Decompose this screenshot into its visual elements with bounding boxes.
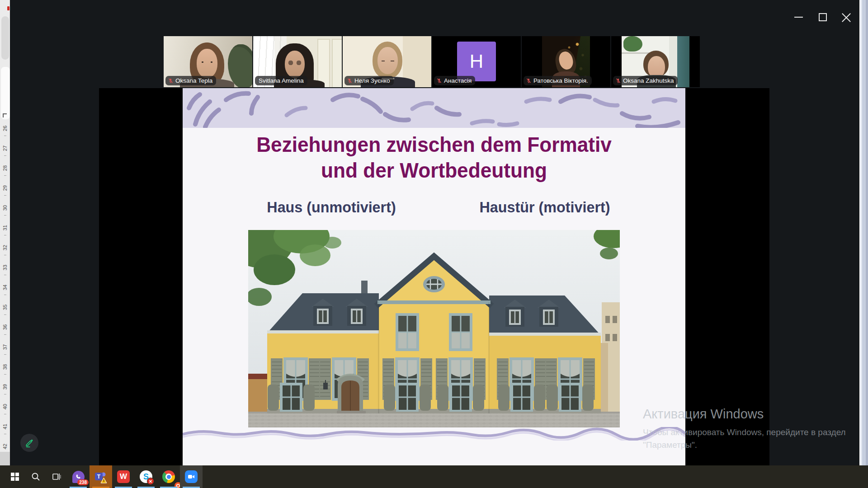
- ruler-tick: [4, 314, 6, 315]
- participant-tile-active-speaker[interactable]: Svitlana Amelina: [253, 36, 342, 87]
- participant-name-label: Неля Зуєнко: [344, 76, 394, 85]
- ruler-number: 27: [2, 143, 8, 153]
- plant-decor: [623, 36, 642, 52]
- ruler-number: 40: [2, 402, 8, 412]
- ruler-tick: [4, 354, 6, 355]
- ruler-tick: [4, 235, 6, 235]
- wave-line-decor: [183, 427, 685, 441]
- zoom-icon: [185, 470, 198, 483]
- taskbar: 238 T ! W S ✕: [0, 465, 868, 488]
- mic-muted-icon: [526, 78, 532, 84]
- mic-muted-icon: [436, 78, 442, 84]
- task-view-button[interactable]: [46, 465, 67, 488]
- ruler-tick: [4, 195, 6, 196]
- desktop-screen: 2627282930313233343536373839404142 Oksan…: [0, 0, 868, 488]
- ruler-tick: [4, 275, 6, 275]
- ruler-number: 35: [2, 302, 8, 312]
- taskbar-wps[interactable]: W: [112, 465, 135, 488]
- ruler-tick: [4, 374, 6, 375]
- slide-decor-band: [183, 88, 685, 128]
- ruler-tick: [4, 215, 6, 216]
- viber-badge: 238: [77, 479, 89, 485]
- ruler-number: 29: [2, 183, 8, 193]
- label-haus-unmotiviert: Haus (unmotiviert): [267, 198, 396, 216]
- participant-tile[interactable]: Oksana Zakhutska: [611, 36, 700, 87]
- annotate-button[interactable]: [20, 434, 38, 452]
- slide-title: Beziehungen zwischen dem Formativ und de…: [198, 131, 670, 183]
- ruler-tick: [4, 255, 6, 255]
- ruler-number: 41: [2, 422, 8, 432]
- mic-muted-icon: [168, 78, 174, 84]
- avatar: H: [457, 42, 496, 81]
- background-app-ruler-panel: [1, 67, 10, 119]
- start-button[interactable]: [5, 465, 25, 488]
- participant-name-label: Ратовська Вікторія.: [524, 76, 592, 85]
- ruler-tick: [4, 414, 6, 414]
- ruler-number: 28: [2, 163, 8, 173]
- background-app-scroll-thumb[interactable]: [1, 16, 9, 60]
- ruler-number: 42: [2, 441, 8, 451]
- participant-filmstrip: Oksana Tepla Svitlana Amelina: [164, 36, 701, 87]
- chrome-icon: [162, 470, 175, 483]
- ruler-tick: [4, 175, 6, 176]
- label-haustuer-motiviert: Haustür (motiviert): [480, 198, 610, 216]
- participant-name-label: Svitlana Amelina: [255, 76, 307, 85]
- ruler-number: 33: [2, 263, 8, 272]
- taskbar-chrome[interactable]: O: [157, 465, 180, 488]
- participant-tile[interactable]: Oksana Tepla: [164, 36, 252, 87]
- close-icon[interactable]: [842, 12, 851, 21]
- ruler-tick: [4, 394, 6, 394]
- taskbar-zoom[interactable]: [180, 465, 203, 488]
- ruler-tick: [4, 334, 6, 335]
- slide-labels-row: Haus (unmotiviert) Haustür (motiviert): [183, 198, 685, 218]
- background-app-red-mark: [7, 6, 9, 10]
- ruler-tick: [4, 136, 6, 136]
- ruler-number: 37: [2, 342, 8, 352]
- participant-name-label: Анастасія: [434, 76, 475, 85]
- schiller-house-photo: [248, 230, 620, 427]
- background-app-ruler-bottom: [0, 452, 10, 465]
- background-app-scrollbar[interactable]: [859, 0, 868, 465]
- participant-tile[interactable]: Неля Зуєнко: [343, 36, 431, 87]
- start-icon: [11, 473, 19, 481]
- ruler-number: 32: [2, 243, 8, 253]
- search-button[interactable]: [25, 465, 46, 488]
- ruler-number: 39: [2, 382, 8, 392]
- ruler-tick: [4, 295, 6, 295]
- mic-muted-icon: [615, 78, 621, 84]
- participant-name-label: Oksana Tepla: [165, 76, 216, 85]
- participant-name-label: Oksana Zakhutska: [613, 76, 678, 85]
- taskbar-skype[interactable]: S ✕: [135, 465, 157, 488]
- taskbar-viber[interactable]: 238: [67, 465, 90, 488]
- tab-selector-icon[interactable]: [3, 113, 7, 117]
- ruler-number: 26: [2, 123, 8, 133]
- ruler-number: 31: [2, 223, 8, 233]
- ruler-number: 34: [2, 282, 8, 292]
- minimize-icon[interactable]: [794, 17, 803, 18]
- search-icon: [31, 472, 40, 481]
- skype-icon: S ✕: [140, 470, 152, 483]
- task-view-icon: [52, 472, 61, 481]
- wps-office-icon: W: [117, 470, 130, 483]
- ruler-tick: [4, 155, 6, 156]
- svg-text:!: !: [103, 479, 104, 483]
- ruler-number: 36: [2, 322, 8, 332]
- windows-activation-watermark: Активация Windows Чтобы активировать Win…: [643, 407, 855, 450]
- skype-error-badge: ✕: [147, 478, 154, 485]
- maximize-icon[interactable]: [819, 13, 827, 21]
- ruler-number: 38: [2, 362, 8, 372]
- ruler-tick: [4, 434, 6, 434]
- presentation-slide: Beziehungen zwischen dem Formativ und de…: [183, 88, 685, 465]
- background-app-ruler: 2627282930313233343536373839404142: [0, 0, 10, 465]
- brush-squiggles-decor: [183, 88, 685, 128]
- teams-icon: T !: [94, 470, 108, 483]
- participant-tile[interactable]: H Анастасія: [432, 36, 521, 87]
- curtain-decor: [677, 36, 689, 87]
- participant-tile[interactable]: Ратовська Вікторія.: [522, 36, 610, 87]
- ruler-number: 30: [2, 203, 8, 213]
- svg-text:T: T: [97, 474, 101, 480]
- pencil-icon: [24, 438, 34, 448]
- taskbar-teams[interactable]: T !: [90, 465, 112, 488]
- mic-muted-icon: [347, 78, 353, 84]
